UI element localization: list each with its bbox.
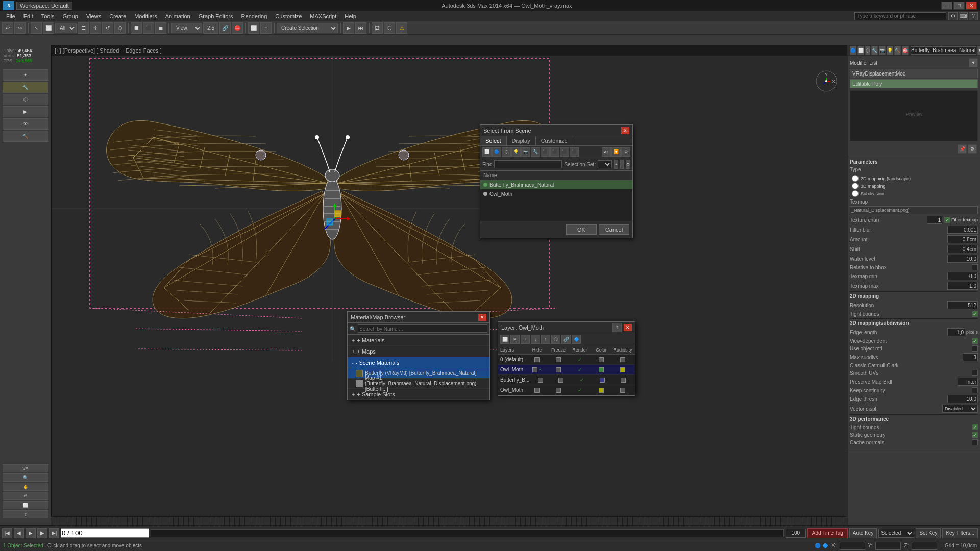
layer-tool-7[interactable]: 🔗	[561, 335, 571, 344]
toolbar-scale[interactable]: ⬡	[114, 22, 126, 34]
toolbar-mirror[interactable]: ⬜	[248, 22, 259, 34]
selected-dropdown[interactable]: Selected	[878, 529, 914, 538]
menu-rendering[interactable]: Rendering	[237, 11, 272, 21]
sidebar-modify-btn[interactable]: 🔧	[3, 82, 48, 93]
mb-maps-section[interactable]: + + Maps	[348, 346, 489, 357]
layer-owl-moth[interactable]: Owl_Moth ✓ ✓	[498, 365, 635, 375]
rpanel-icon-2[interactable]: ⬜	[857, 46, 864, 55]
dlg-btn-8[interactable]: ⬛	[550, 147, 559, 157]
y-coord-input[interactable]	[875, 542, 901, 550]
anim-next-frame[interactable]: ▶	[37, 528, 47, 538]
dlg-btn-6[interactable]: 🔧	[531, 147, 540, 157]
texmap-min-input[interactable]	[947, 272, 978, 280]
close-button[interactable]: ✕	[966, 2, 977, 10]
dlg-btn-3[interactable]: ⬡	[502, 147, 511, 157]
select-item-butterfly[interactable]: Butterfly_Brahmaea_Natural	[480, 180, 632, 189]
toolbar-selection-dropdown[interactable]: Create Selection	[277, 23, 338, 33]
menu-create[interactable]: Create	[105, 11, 130, 21]
cache-normals-checkbox[interactable]	[972, 439, 978, 445]
menu-graph-editors[interactable]: Graph Editors	[194, 11, 237, 21]
anim-play[interactable]: ▶	[26, 528, 36, 538]
rpanel-icon-7[interactable]: 🔨	[894, 46, 901, 55]
layer-tool-5[interactable]: ↑	[541, 335, 550, 344]
modifier-list-dropdown[interactable]: ▼	[969, 58, 978, 67]
rpanel-dropdown-btn[interactable]: ▼	[977, 46, 980, 55]
view-dependent-checkbox[interactable]: ✓	[972, 338, 978, 344]
rpanel-icon-8[interactable]: 🎯	[902, 46, 909, 55]
toolbar-next-frame[interactable]: ⏭	[355, 22, 366, 34]
mb-scene-materials-section[interactable]: - - Scene Materials	[348, 357, 489, 368]
set-key-btn[interactable]: Set Key	[916, 528, 941, 538]
tab-display[interactable]: Display	[507, 136, 536, 145]
modifier-pin-btn[interactable]: 📌	[958, 144, 967, 154]
dlg-btn-4[interactable]: 💡	[511, 147, 521, 157]
sidebar-zoom-btn[interactable]: 🔍	[3, 473, 48, 482]
viewport[interactable]: [+] [Perspective] [ Shaded + Edged Faces…	[51, 45, 847, 520]
object-name-input[interactable]	[911, 46, 976, 55]
toolbar-material[interactable]: ⬡	[384, 22, 395, 34]
mb-map1-material[interactable]: Map #1 (Butterfly_Brahmaea_Natural_Displ…	[348, 379, 489, 389]
toolbar-rotate[interactable]: ↺	[102, 22, 113, 34]
texmap-value[interactable]: _Natural_Displacement.png]	[850, 206, 978, 214]
layer-tool-8[interactable]: 🔷	[572, 335, 581, 344]
rpanel-icon-4[interactable]: 🔧	[871, 46, 878, 55]
layer-tool-1[interactable]: ⬜	[500, 335, 509, 344]
layer-tool-2[interactable]: ✕	[510, 335, 520, 344]
rpanel-icon-6[interactable]: 💡	[887, 46, 893, 55]
anim-prev-frame[interactable]: ◀	[14, 528, 24, 538]
tab-customize[interactable]: Customize	[536, 136, 573, 145]
selset-del-btn[interactable]: -	[620, 160, 624, 169]
rpanel-icon-5[interactable]: 📷	[879, 46, 886, 55]
select-cancel-button[interactable]: Cancel	[599, 224, 629, 235]
layer-owl2[interactable]: Owl_Moth ✓	[498, 385, 635, 395]
toolbar-render[interactable]: 🖼	[372, 22, 383, 34]
menu-modifiers[interactable]: Modifiers	[130, 11, 161, 21]
shift-input[interactable]	[947, 245, 978, 253]
sidebar-utilities-btn[interactable]: 🔨	[3, 131, 48, 142]
menu-help[interactable]: Help	[340, 11, 360, 21]
water-level-input[interactable]	[947, 255, 978, 263]
toolbar-select-region[interactable]: ⬜	[43, 22, 54, 34]
keep-continuity-checkbox[interactable]	[972, 387, 978, 393]
toolbar-snap3[interactable]: ◼	[155, 22, 166, 34]
menu-group[interactable]: Group	[58, 11, 82, 21]
auto-key-btn[interactable]: Auto Key	[849, 528, 877, 538]
toolbar-align[interactable]: ≡	[260, 22, 272, 34]
sidebar-viewport-tools-btn[interactable]: VP	[3, 464, 48, 472]
modifier-settings-btn[interactable]: ⚙	[968, 144, 977, 154]
anim-key-btn[interactable]: Add Time Tag	[807, 528, 848, 538]
dlg-btn-2[interactable]: 🔵	[492, 147, 501, 157]
sidebar-display-btn[interactable]: 👁	[3, 118, 48, 130]
toolbar-select[interactable]: ↖	[31, 22, 42, 34]
edge-length-input[interactable]	[947, 328, 965, 336]
toolbar-unlink[interactable]: ⛔	[232, 22, 243, 34]
layer-dialog-close[interactable]: ✕	[624, 324, 632, 331]
sidebar-maximize-btn[interactable]: ⬜	[3, 501, 48, 509]
toolbar-link[interactable]: 🔗	[219, 22, 231, 34]
menu-tools[interactable]: Tools	[37, 11, 59, 21]
sidebar-question-btn[interactable]: ?	[3, 510, 48, 518]
texmap-max-input[interactable]	[947, 282, 978, 290]
timeline-track-main[interactable]	[151, 529, 784, 537]
menu-animation[interactable]: Animation	[161, 11, 194, 21]
minimize-button[interactable]: —	[941, 2, 952, 10]
anim-go-end[interactable]: ▶|	[49, 528, 59, 538]
relative-bbox-checkbox[interactable]	[972, 264, 978, 270]
filter-blur-input[interactable]	[947, 226, 978, 234]
menu-icon-2[interactable]: ⌨	[959, 12, 968, 20]
x-coord-input[interactable]	[840, 542, 865, 550]
toolbar-move[interactable]: ✛	[90, 22, 101, 34]
radio-2d-mapping[interactable]	[852, 175, 859, 182]
toolbar-warning[interactable]: ⚠	[396, 22, 407, 34]
menu-views[interactable]: Views	[82, 11, 105, 21]
toolbar-view-dropdown[interactable]: View	[172, 23, 202, 33]
smooth-uvs-checkbox[interactable]	[972, 370, 978, 376]
layer-tool-6[interactable]: ⬡	[551, 335, 560, 344]
toolbar-snap2[interactable]: ⬛	[143, 22, 154, 34]
edge-thresh-input[interactable]	[947, 395, 978, 403]
layer-default[interactable]: 0 (default) ✓	[498, 355, 635, 365]
menu-icon-1[interactable]: ⚙	[948, 12, 958, 20]
dlg-btn-1[interactable]: ⬜	[482, 147, 492, 157]
menu-file[interactable]: File	[2, 11, 19, 21]
radio-subdivision[interactable]	[852, 190, 859, 197]
